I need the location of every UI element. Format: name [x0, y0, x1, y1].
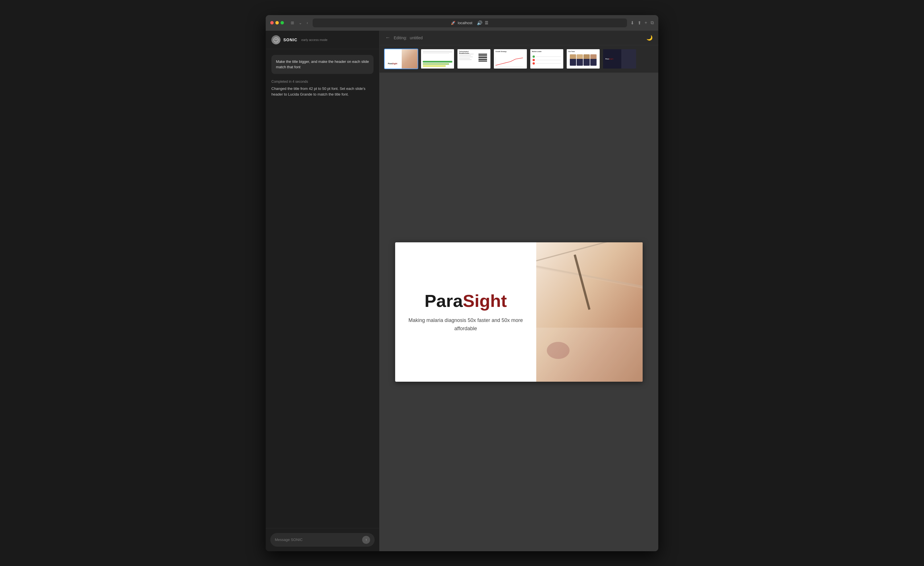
back-button[interactable]: ←: [385, 35, 390, 41]
theme-toggle-button[interactable]: 🌙: [646, 35, 652, 41]
qr-icon: [478, 53, 487, 61]
site-icon: 🚀: [451, 21, 456, 25]
slide-view: ParaSight Making malaria diagnosis 50x f…: [380, 73, 658, 551]
address-bar[interactable]: 🚀 localhost 🔊 ☰: [313, 18, 627, 27]
download-button[interactable]: ⬇: [630, 20, 634, 25]
slide-image: [536, 242, 643, 382]
main-slide: ParaSight Making malaria diagnosis 50x f…: [395, 242, 643, 382]
message-input-container: ↑: [270, 533, 375, 547]
slide-decoration: [536, 242, 643, 382]
chevron-down-icon[interactable]: ⌄: [298, 20, 303, 25]
svg-point-8: [547, 342, 570, 359]
sidebar-content: Make the title bigger, and make the head…: [266, 49, 379, 528]
reader-icon: ☰: [485, 21, 489, 25]
new-tab-button[interactable]: +: [645, 20, 647, 25]
browser-controls: ⊞ ⌄ ‹: [290, 20, 309, 25]
slide-title: ParaSight: [424, 291, 507, 311]
slide-thumbnail-3[interactable]: Technological Breakthroughs: [457, 49, 491, 69]
back-navigation-button[interactable]: ‹: [306, 20, 309, 25]
tab-overview-button[interactable]: ⧉: [651, 20, 654, 25]
close-button[interactable]: [270, 21, 274, 24]
ai-response: Completed in 4 seconds Changed the title…: [272, 79, 374, 98]
content-header: ← Editing: untitled 🌙: [380, 31, 658, 45]
sidebar-toggle-button[interactable]: ⊞: [290, 20, 295, 25]
slide-thumbnail-4[interactable]: Growth Strategy: [493, 49, 527, 69]
growth-chart: [496, 57, 523, 67]
slide-subtitle: Making malaria diagnosis 50x faster and …: [406, 316, 525, 333]
browser-actions: ⬇ ⬆ + ⧉: [630, 20, 654, 25]
audio-icon: 🔊: [477, 20, 483, 25]
editing-label: Editing: untitled: [394, 36, 423, 40]
browser-chrome: ⊞ ⌄ ‹ 🚀 localhost 🔊 ☰ ⬇ ⬆ + ⧉: [266, 15, 658, 31]
main-content: ← Editing: untitled 🌙: [380, 31, 658, 551]
slide-thumbnails: ParaSight: [380, 45, 658, 73]
slide-thumbnail-2[interactable]: [420, 49, 454, 69]
maximize-button[interactable]: [280, 21, 284, 24]
message-input[interactable]: [275, 538, 359, 542]
early-access-badge: early access mode: [301, 38, 327, 42]
ai-status: Completed in 4 seconds: [272, 79, 374, 84]
app-name: SONIC: [284, 37, 297, 42]
send-button[interactable]: ↑: [362, 536, 370, 544]
sidebar-header: SONIC early access mode: [266, 31, 379, 49]
slide-thumbnail-6[interactable]: Our Team: [566, 49, 600, 69]
sidebar-footer: ↑: [266, 528, 379, 551]
share-button[interactable]: ⬆: [638, 20, 641, 25]
slide-thumbnail-5[interactable]: Market Leader: [530, 49, 564, 69]
document-name[interactable]: untitled: [410, 36, 423, 40]
address-text: localhost: [458, 21, 472, 25]
traffic-lights: [270, 21, 284, 24]
sonic-logo: [272, 35, 280, 44]
thumb-dark-label: ParaSight: [605, 58, 614, 60]
title-sight: Sight: [463, 291, 507, 311]
title-para: Para: [424, 291, 463, 311]
browser-window: ⊞ ⌄ ‹ 🚀 localhost 🔊 ☰ ⬇ ⬆ + ⧉: [266, 15, 658, 551]
ai-response-text: Changed the title from 42 pt to 50 pt fo…: [272, 86, 374, 98]
user-message: Make the title bigger, and make the head…: [272, 55, 374, 74]
slide-thumbnail-7[interactable]: ParaSight: [603, 49, 637, 69]
svg-point-0: [274, 37, 278, 42]
app-container: SONIC early access mode Make the title b…: [266, 31, 658, 551]
minimize-button[interactable]: [275, 21, 279, 24]
slide-thumbnail-1[interactable]: ParaSight: [384, 49, 418, 69]
header-right: 🌙: [646, 35, 652, 41]
sidebar: SONIC early access mode Make the title b…: [266, 31, 380, 551]
thumb-parasight-1: ParaSight: [388, 63, 398, 64]
slide-left: ParaSight Making malaria diagnosis 50x f…: [395, 242, 536, 382]
header-left: ← Editing: untitled: [385, 35, 423, 41]
